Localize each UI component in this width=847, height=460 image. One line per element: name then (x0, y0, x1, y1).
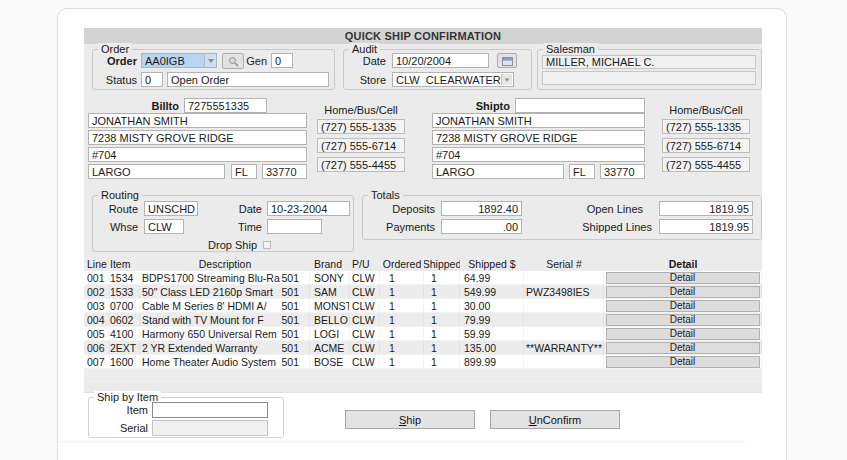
col-header-description: Description (140, 257, 310, 271)
payments-label: Payments (375, 221, 435, 234)
billto-phone-cell: (727) 555-4455 (317, 157, 405, 172)
unconfirm-button[interactable]: UnConfirm (490, 410, 620, 429)
order-combo[interactable]: AA0IGB (141, 53, 217, 68)
cell-brand: MONST (310, 299, 350, 312)
cell-serial: **WARRANTY** (524, 341, 604, 354)
cell-ordered: 1 (380, 313, 424, 326)
detail-button[interactable]: Detail (606, 300, 760, 312)
description-code: 501 (281, 286, 299, 298)
cell-item: 1534 (110, 271, 140, 284)
screen: QUICK SHIP CONFIRMATION Order Order AA0I… (0, 0, 847, 460)
cell-shipped: 1 (424, 285, 460, 298)
cell-brand: LOGI (310, 327, 350, 340)
table-row-empty (84, 369, 762, 382)
audit-date-field[interactable]: 10/20/2004 (392, 53, 489, 68)
detail-button[interactable]: Detail (606, 286, 760, 298)
billto-state-field[interactable]: FL (231, 164, 257, 179)
billto-zip-field[interactable]: 33770 (262, 164, 307, 179)
cell-detail: Detail (604, 285, 762, 298)
calendar-icon (502, 56, 513, 66)
col-header-detail: Detail (604, 257, 762, 271)
billto-address1-field[interactable]: 7238 MISTY GROVE RIDGE (88, 130, 307, 145)
ship-button[interactable]: Ship (345, 410, 475, 429)
unconfirm-button-mnemonic: U (529, 414, 537, 426)
shipped-lines-label: Shipped Lines (570, 221, 652, 234)
status-label: Status (95, 74, 137, 87)
cell-line: 007 (84, 355, 110, 368)
cell-serial (524, 313, 604, 326)
billto-name-field[interactable]: JONATHAN SMITH (88, 113, 307, 128)
status-desc-field[interactable]: Open Order (167, 72, 329, 87)
detail-button[interactable]: Detail (606, 272, 760, 284)
cell-detail: Detail (604, 299, 762, 312)
detail-button[interactable]: Detail (606, 342, 760, 354)
cell-line: 006 (84, 341, 110, 354)
store-label: Store (350, 74, 386, 87)
route-field[interactable]: UNSCHD (144, 201, 198, 216)
cell-ordered: 1 (380, 355, 424, 368)
billto-phones-label: Home/Bus/Cell (317, 104, 405, 117)
drop-ship-checkbox[interactable] (263, 241, 271, 249)
shipto-city-field[interactable]: LARGO (432, 164, 564, 179)
shipto-address2-field[interactable]: #704 (432, 147, 645, 162)
date-picker-button[interactable] (497, 53, 517, 68)
cell-item: 4100 (110, 327, 140, 340)
billto-address2-field[interactable]: #704 (88, 147, 307, 162)
ship-serial-label: Serial (100, 422, 148, 435)
cell-pu: CLW (350, 327, 380, 340)
billto-account-field[interactable]: 7275551335 (184, 98, 267, 113)
line-items-table: Line Item Description Brand P/U Ordered … (84, 257, 762, 382)
cell-shipped: 1 (424, 327, 460, 340)
col-header-brand: Brand (310, 257, 350, 271)
time-field[interactable] (267, 219, 322, 234)
cell-brand: SONY (310, 271, 350, 284)
shipto-label: Shipto (470, 100, 510, 113)
cell-pu: CLW (350, 341, 380, 354)
store-field[interactable]: CLW CLEARWATER S (392, 72, 514, 87)
cell-item: 1533 (110, 285, 140, 298)
audit-date-label: Date (350, 55, 386, 68)
table-row: 0054100Harmony 650 Universal Rem501LOGIC… (84, 327, 762, 341)
status-field[interactable]: 0 (141, 72, 163, 87)
shipto-account-field[interactable] (515, 98, 645, 113)
shipto-zip-field[interactable]: 33770 (600, 164, 645, 179)
shipto-phone-cell: (727) 555-4455 (662, 157, 750, 172)
cell-brand: SAM (310, 285, 350, 298)
cell-pu: CLW (350, 285, 380, 298)
routing-legend: Routing (98, 189, 142, 202)
cell-detail: Detail (604, 327, 762, 340)
table-row: 0011534BDPS1700 Streaming Blu-Ra501SONYC… (84, 271, 762, 285)
cell-ordered: 1 (380, 285, 424, 298)
cell-shipped-amt: 79.99 (460, 313, 524, 326)
cell-shipped: 1 (424, 313, 460, 326)
description-code: 501 (281, 342, 299, 354)
cell-serial (524, 355, 604, 368)
order-lookup-button[interactable] (222, 53, 244, 69)
table-row: 002153350" Class LED 2160p Smart501SAMCL… (84, 285, 762, 299)
ship-button-label: hip (406, 414, 421, 426)
cell-detail: Detail (604, 341, 762, 354)
ship-item-label: Item (100, 404, 148, 417)
billto-city-field[interactable]: LARGO (88, 164, 225, 179)
chevron-down-icon[interactable] (501, 74, 512, 85)
description-code: 501 (281, 328, 299, 340)
description-text: 2 YR Extended Warranty (142, 342, 258, 354)
shipto-address1-field[interactable]: 7238 MISTY GROVE RIDGE (432, 130, 645, 145)
ship-item-field[interactable] (152, 402, 268, 418)
detail-button[interactable]: Detail (606, 328, 760, 340)
routing-date-field[interactable]: 10-23-2004 (267, 201, 350, 216)
shipto-name-field[interactable]: JONATHAN SMITH (432, 113, 645, 128)
gen-field[interactable]: 0 (271, 53, 293, 68)
gen-label: Gen (243, 55, 267, 68)
detail-button[interactable]: Detail (606, 314, 760, 326)
cell-line: 005 (84, 327, 110, 340)
shipto-phone-bus: (727) 555-6714 (662, 138, 750, 153)
cell-shipped-amt: 135.00 (460, 341, 524, 354)
description-code: 501 (281, 300, 299, 312)
cell-line: 001 (84, 271, 110, 284)
chevron-down-icon[interactable] (204, 54, 216, 67)
whse-field[interactable]: CLW (144, 219, 184, 234)
shipto-state-field[interactable]: FL (569, 164, 595, 179)
cell-serial (524, 271, 604, 284)
detail-button[interactable]: Detail (606, 356, 760, 368)
